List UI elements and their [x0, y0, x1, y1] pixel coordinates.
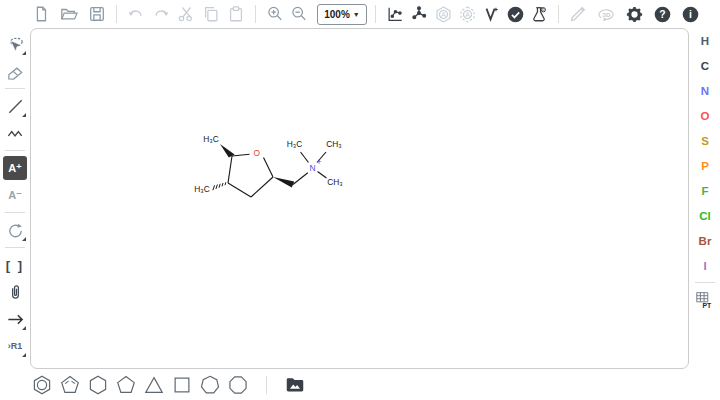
template-cyclobutane-button[interactable]: [170, 373, 194, 397]
toolbar-divider: [375, 5, 376, 23]
right-toolbar: H C N O S P F Cl Br I PT: [690, 28, 720, 312]
settings-button[interactable]: [623, 3, 645, 25]
atom-label-methyl[interactable]: H₃C: [203, 134, 219, 144]
edit-group: [125, 3, 247, 25]
open-button[interactable]: [58, 3, 80, 25]
check-icon: [506, 5, 525, 24]
template-cyclooctane-button[interactable]: [226, 373, 250, 397]
template-benzene-button[interactable]: [30, 373, 54, 397]
s-group-button[interactable]: [ ]: [3, 253, 27, 277]
cyclopropane-icon: [143, 374, 165, 396]
layout-button[interactable]: [384, 3, 406, 25]
calculate-cip-icon: [482, 5, 500, 23]
atom-label-methyl[interactable]: H₃C: [287, 139, 303, 149]
redo-button[interactable]: [150, 3, 172, 25]
template-cyclopentadiene-button[interactable]: [58, 373, 82, 397]
bond-c5-o[interactable]: [232, 154, 250, 156]
dropdown-corner-icon: [22, 237, 26, 241]
atom-label-methyl[interactable]: H₃C: [194, 184, 210, 194]
atom-button-h[interactable]: H: [693, 30, 717, 52]
zoom-level-select[interactable]: 100% ▼: [317, 4, 367, 25]
atom-button-p[interactable]: P: [693, 155, 717, 177]
svg-text:?: ?: [659, 9, 665, 20]
atom-label-oxygen[interactable]: O: [254, 148, 261, 158]
zoom-out-icon: [290, 5, 308, 23]
copy-button[interactable]: [200, 3, 222, 25]
bond-c4-c5[interactable]: [228, 156, 232, 183]
atom-button-s[interactable]: S: [693, 130, 717, 152]
r-group-button[interactable]: ›R1: [3, 334, 27, 358]
attach-button[interactable]: [3, 280, 27, 304]
zoom-in-button[interactable]: [264, 3, 286, 25]
charge-plus-button[interactable]: A⁺: [3, 156, 27, 180]
atom-label-methyl[interactable]: CH₃: [327, 177, 343, 187]
periodic-table-button[interactable]: PT: [693, 288, 717, 312]
atom-button-cl[interactable]: Cl: [693, 205, 717, 227]
caret-down-icon: ▼: [353, 11, 360, 18]
charge-minus-button[interactable]: A⁻: [3, 183, 27, 207]
undo-button[interactable]: [125, 3, 147, 25]
template-library-button[interactable]: [283, 373, 307, 397]
recognize-button[interactable]: [567, 3, 589, 25]
atom-symbol: C: [701, 60, 709, 72]
bond-ch2-n[interactable]: [293, 173, 308, 185]
bond-c2-c3[interactable]: [251, 177, 273, 197]
left-toolbar: A⁺ A⁻ [ ]: [0, 28, 30, 358]
erase-button[interactable]: [3, 59, 27, 83]
template-cyclopropane-button[interactable]: [142, 373, 166, 397]
atom-button-c[interactable]: C: [693, 55, 717, 77]
paste-button[interactable]: [225, 3, 247, 25]
single-bond-button[interactable]: [3, 94, 27, 118]
bond-c3-c4[interactable]: [228, 183, 251, 197]
toolbar-divider: [558, 5, 559, 23]
save-button[interactable]: [86, 3, 108, 25]
cut-button[interactable]: [175, 3, 197, 25]
bond-n-methyl-nw[interactable]: [301, 152, 309, 163]
template-cycloheptane-button[interactable]: [198, 373, 222, 397]
dropdown-corner-icon: [22, 51, 26, 55]
cyclopentadiene-icon: [59, 374, 81, 396]
atom-button-br[interactable]: Br: [693, 230, 717, 252]
chain-button[interactable]: [3, 121, 27, 145]
hash-bond-c4-methyl[interactable]: [213, 182, 226, 190]
template-cyclopentane-button[interactable]: [114, 373, 138, 397]
help-button[interactable]: ?: [651, 3, 673, 25]
wedge-bond-c5-methyl[interactable]: [220, 144, 235, 158]
bond-o-c2[interactable]: [264, 158, 274, 178]
rotate-button[interactable]: [3, 218, 27, 242]
clear-canvas-button[interactable]: [30, 3, 52, 25]
atom-label-nitrogen[interactable]: N: [309, 163, 315, 173]
dearomatize-button[interactable]: A: [456, 3, 478, 25]
toolbar-divider: [255, 5, 256, 23]
3d-rotate-icon: 3D: [597, 5, 616, 24]
clean-up-button[interactable]: [408, 3, 430, 25]
dropdown-corner-icon: [22, 353, 26, 357]
atom-button-n[interactable]: N: [693, 80, 717, 102]
atom-symbol: P: [701, 160, 709, 172]
check-structure-button[interactable]: [504, 3, 526, 25]
calculate-cip-button[interactable]: [480, 3, 502, 25]
clean-up-icon: [410, 5, 428, 23]
lasso-selection-button[interactable]: [3, 32, 27, 56]
template-cyclohexane-button[interactable]: [86, 373, 110, 397]
atom-button-f[interactable]: F: [693, 180, 717, 202]
cyclobutane-icon: [171, 374, 193, 396]
svg-text:i: i: [689, 9, 692, 20]
charge-plus-label[interactable]: +: [317, 157, 322, 167]
cycloheptane-icon: [199, 374, 221, 396]
reaction-arrow-button[interactable]: [3, 307, 27, 331]
atom-button-o[interactable]: O: [693, 105, 717, 127]
3d-viewer-button[interactable]: 3D: [595, 3, 617, 25]
gear-icon: [625, 5, 644, 24]
aromatize-button[interactable]: A: [432, 3, 454, 25]
zoom-out-button[interactable]: [288, 3, 310, 25]
atom-button-i[interactable]: I: [693, 255, 717, 277]
calculated-values-button[interactable]: b: [528, 3, 550, 25]
bond-n-methyl-se[interactable]: [318, 172, 327, 179]
flask-icon: b: [530, 5, 548, 23]
about-button[interactable]: i: [679, 3, 701, 25]
atom-label-methyl[interactable]: CH₃: [326, 139, 342, 149]
wedge-bond-c2-ch2[interactable]: [273, 177, 294, 187]
molecule-structure[interactable]: H₃C O H₃C N + H₃C CH₃ CH₃: [160, 125, 390, 225]
paperclip-icon: [6, 283, 25, 302]
